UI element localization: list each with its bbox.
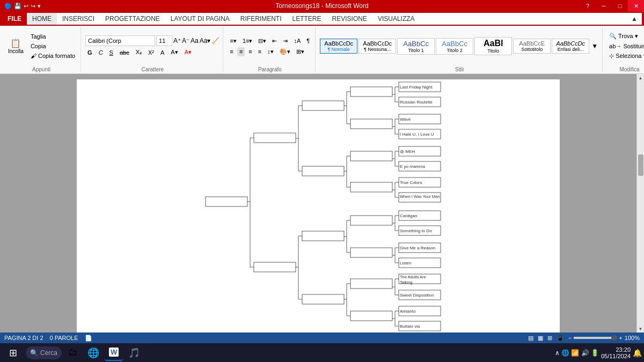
style-nessuna[interactable]: AaBbCcDc ¶ Nessuna...: [358, 39, 396, 54]
menu-home[interactable]: HOME: [27, 13, 57, 25]
zoom-in-button[interactable]: +: [619, 335, 622, 341]
superscript-button[interactable]: X²: [146, 48, 156, 57]
font-color-button[interactable]: A: [158, 48, 166, 57]
svg-rect-58: [350, 248, 392, 257]
align-center-button[interactable]: ≡: [237, 47, 245, 56]
borders-button[interactable]: ⊞▾: [294, 47, 306, 56]
taskbar-file-explorer[interactable]: 🗂: [64, 345, 82, 361]
scroll-up-arrow[interactable]: ▲: [637, 74, 645, 82]
case-button[interactable]: Aa▾: [200, 37, 211, 45]
taskbar-spotify[interactable]: 🎵: [125, 345, 143, 361]
italic-button[interactable]: C: [97, 48, 105, 57]
svg-text:Wave: Wave: [400, 117, 411, 122]
page-count: PAGINA 2 DI 2: [4, 335, 43, 341]
sostituisci-button[interactable]: ab→ Sostituisci: [607, 42, 644, 50]
menu-revisione[interactable]: REVISIONE: [327, 13, 372, 25]
color-button[interactable]: A▾: [182, 48, 194, 57]
menu-layout[interactable]: LAYOUT DI PAGINA: [165, 13, 235, 25]
style-titolo2[interactable]: AaBbCc Titolo 2: [436, 38, 473, 55]
redo-icon[interactable]: ↪: [31, 3, 35, 10]
svg-text:E yo mamma: E yo mamma: [400, 164, 426, 169]
align-left-button[interactable]: ≡: [228, 47, 235, 56]
erase-button[interactable]: 🧹: [211, 37, 219, 45]
zoom-out-button[interactable]: −: [568, 335, 572, 341]
align-right-button[interactable]: ≡: [246, 47, 254, 56]
start-button[interactable]: ⊞: [2, 345, 24, 361]
style-sottotitolo[interactable]: AaBbCcE Sottotitolo: [513, 39, 551, 54]
bullet-list-button[interactable]: ≡▾: [228, 36, 238, 46]
zoom-slider[interactable]: [574, 337, 617, 339]
close-button[interactable]: ✕: [628, 0, 644, 12]
line-spacing-button[interactable]: ↕▾: [265, 47, 276, 56]
incolla-button[interactable]: 📋 Incolla: [5, 36, 26, 56]
ribbon-group-appunti: 📋 Incolla Taglia Copia 🖌 Copia formato A…: [2, 27, 81, 72]
highlight-button[interactable]: A▾: [169, 48, 180, 57]
strikethrough-button[interactable]: abc: [118, 48, 131, 57]
document-scroll[interactable]: Last Friday Night Russian Roulette Wave …: [0, 74, 636, 333]
scroll-down-arrow[interactable]: ▼: [637, 325, 645, 333]
taskbar-right: ∧ 🌐 📶 🔊 🔋 23:20 05/11/2024 🔔: [555, 346, 642, 359]
increase-font-button[interactable]: A⁺: [173, 37, 181, 45]
shading-button[interactable]: 🎨▾: [277, 47, 292, 56]
view-mobile-icon[interactable]: 📱: [557, 335, 564, 342]
restore-button[interactable]: □: [612, 0, 628, 12]
multi-level-button[interactable]: ⊟▾: [256, 36, 268, 46]
font-name-input[interactable]: [85, 35, 155, 46]
copia-formato-button[interactable]: 🖌 Copia formato: [28, 51, 77, 60]
ribbon-toggle[interactable]: ▲: [631, 15, 642, 23]
style-titolo[interactable]: AaBl Titolo: [474, 37, 512, 55]
svg-rect-38: [350, 119, 392, 129]
save-icon[interactable]: 💾: [14, 3, 21, 10]
customize-icon[interactable]: ▾: [38, 3, 41, 10]
sort-button[interactable]: ↕A: [291, 36, 303, 46]
trova-button[interactable]: 🔍 Trova ▾: [607, 32, 644, 41]
spotify-icon: 🎵: [128, 347, 140, 359]
file-menu[interactable]: FILE: [2, 14, 27, 24]
seleziona-button[interactable]: ⊹ Seleziona ▾: [607, 51, 644, 61]
help-button[interactable]: ?: [580, 0, 596, 12]
svg-text:True Colors: True Colors: [400, 180, 422, 185]
notification-button[interactable]: 🔔: [633, 349, 642, 357]
view-print-icon[interactable]: ▤: [528, 335, 533, 342]
undo-icon[interactable]: ↩: [24, 3, 28, 10]
copia-button[interactable]: Copia: [28, 42, 77, 50]
menu-visualizza[interactable]: VISUALIZZA: [372, 13, 420, 25]
taskbar-word[interactable]: W: [105, 345, 123, 361]
paragrafo-label: Paragrafo: [228, 65, 312, 72]
numbered-list-button[interactable]: 1≡▾: [240, 36, 255, 46]
stili-content: AaBbCcDc ¶ Normale AaBbCcDc ¶ Nessuna...…: [320, 27, 599, 65]
increase-indent-button[interactable]: ⇥: [281, 36, 290, 46]
style-titolo1[interactable]: AaBbCc Titolo 1: [397, 38, 435, 55]
menu-inserisci[interactable]: INSERISCI: [57, 13, 100, 25]
menu-riferimenti[interactable]: RIFERIMENTI: [235, 13, 287, 25]
svg-text:Something to Do: Something to Do: [400, 228, 432, 233]
modifica-buttons: 🔍 Trova ▾ ab→ Sostituisci ⊹ Seleziona ▾: [607, 32, 644, 61]
style-normale[interactable]: AaBbCcDc ¶ Normale: [320, 39, 357, 54]
modifica-content: 🔍 Trova ▾ ab→ Sostituisci ⊹ Seleziona ▾: [607, 27, 644, 65]
menu-lettere[interactable]: LETTERE: [287, 13, 327, 25]
decrease-font-button[interactable]: A⁻: [182, 37, 189, 45]
clock[interactable]: 23:20 05/11/2024: [601, 346, 631, 359]
svg-rect-63: [350, 279, 392, 289]
justify-button[interactable]: ≡: [256, 47, 264, 56]
view-read-icon[interactable]: ⊞: [547, 335, 552, 342]
search-bar[interactable]: 🔍 Cerca: [26, 346, 62, 359]
clear-format-button[interactable]: Aa: [191, 37, 199, 45]
styles-scroll-down[interactable]: ▼: [590, 41, 599, 51]
decrease-indent-button[interactable]: ⇤: [270, 36, 279, 46]
font-size-input[interactable]: [156, 35, 172, 46]
menu-progettazione[interactable]: PROGETTAZIONE: [100, 13, 165, 25]
underline-button[interactable]: S: [107, 48, 115, 57]
show-marks-button[interactable]: ¶: [304, 36, 312, 46]
taglia-button[interactable]: Taglia: [28, 32, 77, 41]
view-web-icon[interactable]: ▦: [538, 335, 543, 342]
para-row2: ≡ ≡ ≡ ≡ ↕▾ 🎨▾ ⊞▾: [228, 47, 312, 56]
bold-button[interactable]: G: [85, 48, 94, 57]
subscript-button[interactable]: X₂: [134, 48, 144, 57]
incolla-label: Incolla: [8, 48, 24, 54]
vertical-scrollbar[interactable]: ▲ ▼: [636, 74, 644, 333]
style-enfasi[interactable]: AaBbCcDc Enfasi deli...: [552, 39, 589, 54]
scroll-thumb[interactable]: [638, 154, 643, 176]
taskbar-chrome[interactable]: 🌐: [84, 345, 103, 361]
minimize-button[interactable]: ─: [596, 0, 612, 12]
